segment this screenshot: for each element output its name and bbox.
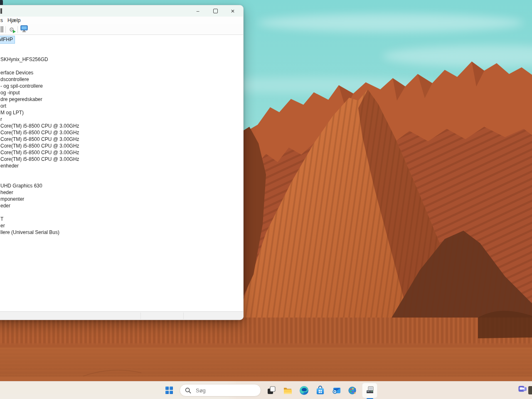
- tree-item[interactable]: enheder: [0, 163, 243, 169]
- task-view-icon: [266, 385, 276, 395]
- tree-item[interactable]: mponenter: [0, 196, 243, 202]
- windows-logo-icon: [165, 387, 173, 394]
- start-button[interactable]: [162, 383, 176, 397]
- tree-item[interactable]: [0, 209, 243, 216]
- search-input[interactable]: [195, 387, 246, 394]
- task-view-button[interactable]: [264, 383, 278, 397]
- file-explorer-button[interactable]: [281, 383, 295, 397]
- remote-computer-icon[interactable]: [20, 25, 28, 34]
- tree-item[interactable]: og -input: [0, 89, 243, 96]
- tree-item[interactable]: llere (Universal Serial Bus): [0, 229, 243, 236]
- taskbar-search[interactable]: [180, 384, 261, 397]
- desktop: – ✕ s Hjælp ⚙: [0, 0, 532, 399]
- taskbar: [0, 381, 532, 399]
- tree-item[interactable]: SKHynix_HFS256GD: [0, 56, 243, 63]
- partial-toolbar-icon[interactable]: [0, 26, 3, 32]
- tree-item[interactable]: M og LPT): [0, 109, 243, 116]
- menubar: s Hjælp: [0, 17, 243, 24]
- partial-tray-icon[interactable]: [528, 386, 532, 394]
- tree-item[interactable]: er: [0, 222, 243, 229]
- outlook-icon: [332, 386, 341, 395]
- toolbar-separator: [5, 26, 6, 33]
- device-manager-taskbar-button[interactable]: [362, 383, 377, 398]
- device-manager-icon: [365, 385, 375, 395]
- close-glyph: ✕: [231, 8, 235, 14]
- tree-item[interactable]: eder: [0, 202, 243, 209]
- tree-item[interactable]: MFHP: [0, 36, 243, 43]
- toolbar: ⚙: [0, 24, 243, 35]
- close-button[interactable]: ✕: [224, 5, 241, 17]
- statusbar-separator: [183, 313, 184, 319]
- tree-item[interactable]: erface Devices: [0, 69, 243, 76]
- tree-item[interactable]: heder: [0, 189, 243, 196]
- edge-button[interactable]: [297, 383, 311, 397]
- tree-item[interactable]: UHD Graphics 630: [0, 182, 243, 189]
- tree-item[interactable]: - og spil-controllere: [0, 83, 243, 89]
- maximize-button[interactable]: [207, 5, 224, 17]
- tree-item[interactable]: [0, 63, 243, 69]
- tree-item[interactable]: Core(TM) i5-8500 CPU @ 3.00GHz: [0, 149, 243, 156]
- statusbar: [0, 311, 243, 320]
- tree-item[interactable]: Core(TM) i5-8500 CPU @ 3.00GHz: [0, 156, 243, 163]
- tree-item[interactable]: Core(TM) i5-8500 CPU @ 3.00GHz: [0, 136, 243, 143]
- minimize-button[interactable]: –: [189, 5, 207, 17]
- toolbar-separator: [17, 26, 18, 33]
- maximize-glyph: [213, 9, 218, 13]
- menu-item-help[interactable]: Hjælp: [7, 17, 20, 23]
- tree-item[interactable]: [0, 49, 243, 56]
- minimize-glyph: –: [197, 8, 200, 14]
- scan-hardware-changes-icon[interactable]: ⚙: [8, 26, 15, 33]
- tree-item[interactable]: Core(TM) i5-8500 CPU @ 3.00GHz: [0, 143, 243, 149]
- edge-icon: [299, 386, 309, 395]
- store-button[interactable]: [313, 383, 327, 397]
- tree-item[interactable]: T: [0, 216, 243, 222]
- file-explorer-icon: [283, 385, 293, 395]
- tree-item[interactable]: ort: [0, 103, 243, 109]
- teams-icon[interactable]: [518, 385, 527, 396]
- titlebar[interactable]: – ✕: [0, 5, 243, 17]
- tree-item[interactable]: Core(TM) i5-8500 CPU @ 3.00GHz: [0, 129, 243, 136]
- device-tree: MFHPSKHynix_HFS256GDerface Devicesdscont…: [0, 35, 243, 311]
- tree-item[interactable]: [0, 169, 243, 176]
- menu-item-fragment[interactable]: s: [0, 17, 3, 23]
- statusbar-separator: [140, 313, 141, 319]
- tree-item[interactable]: dre pegeredskaber: [0, 96, 243, 103]
- tree-item[interactable]: [0, 43, 243, 49]
- tree-item[interactable]: Core(TM) i5-8500 CPU @ 3.00GHz: [0, 123, 243, 129]
- tree-item[interactable]: [0, 176, 243, 182]
- tree-item[interactable]: dscontrollere: [0, 76, 243, 83]
- caption-buttons: – ✕: [189, 5, 241, 17]
- window-icon-fragment: [0, 8, 2, 14]
- paint-icon: [348, 386, 357, 395]
- device-manager-window: – ✕ s Hjælp ⚙: [0, 5, 244, 320]
- search-icon: [185, 387, 191, 394]
- microsoft-store-icon: [315, 386, 325, 395]
- outlook-button[interactable]: [329, 383, 343, 397]
- tree-item[interactable]: r: [0, 116, 243, 123]
- paint-button[interactable]: [345, 383, 360, 397]
